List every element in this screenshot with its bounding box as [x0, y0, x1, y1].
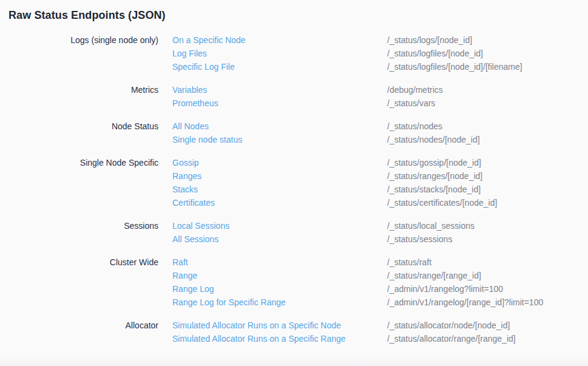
endpoint-link[interactable]: Specific Log File	[172, 60, 387, 73]
endpoint-path: /_status/ranges/[node_id]	[387, 169, 588, 183]
endpoint-link[interactable]: Certificates	[172, 196, 387, 209]
endpoint-path: /_status/gossip/[node_id]	[387, 156, 588, 169]
endpoint-section: Sessions Local Sessions /_status/local_s…	[0, 219, 588, 246]
endpoint-link[interactable]: Variables	[172, 83, 387, 97]
endpoint-row: Range Log for Specific Range /_admin/v1/…	[172, 296, 588, 309]
endpoint-path: /_status/local_sessions	[387, 219, 588, 232]
endpoint-rows: Gossip /_status/gossip/[node_id] Ranges …	[172, 156, 588, 209]
endpoint-row: On a Specific Node /_status/logs/[node_i…	[172, 33, 588, 47]
endpoint-row: Range /_status/range/[range_id]	[172, 269, 588, 282]
endpoint-path: /_status/sessions	[387, 232, 588, 246]
endpoint-link[interactable]: Range Log for Specific Range	[172, 296, 387, 309]
endpoint-row: Stacks /_status/stacks/[node_id]	[172, 183, 588, 196]
endpoint-row: Local Sessions /_status/local_sessions	[172, 219, 588, 232]
endpoint-section: Node Status All Nodes /_status/nodes Sin…	[0, 120, 588, 146]
endpoint-section: Cluster Wide Raft /_status/raft Range /_…	[0, 256, 588, 309]
endpoint-path: /_status/range/[range_id]	[387, 269, 588, 282]
endpoint-section: Logs (single node only) On a Specific No…	[0, 33, 588, 73]
endpoint-row: Ranges /_status/ranges/[node_id]	[172, 169, 588, 183]
endpoint-rows: Variables /debug/metrics Prometheus /_st…	[172, 83, 588, 110]
endpoint-section: Allocator Simulated Allocator Runs on a …	[0, 319, 588, 345]
endpoint-link[interactable]: Log Files	[172, 47, 387, 60]
endpoint-rows: Simulated Allocator Runs on a Specific N…	[172, 319, 588, 345]
endpoint-path: /_status/vars	[387, 97, 588, 110]
endpoint-link[interactable]: Raft	[172, 256, 387, 269]
endpoint-link[interactable]: Simulated Allocator Runs on a Specific N…	[172, 319, 387, 332]
endpoint-path: /_status/nodes	[387, 120, 588, 133]
endpoint-path: /_status/stacks/[node_id]	[387, 183, 588, 196]
endpoint-path: /_status/logfiles/[node_id]	[387, 47, 588, 60]
endpoint-path: /_status/allocator/range/[range_id]	[387, 332, 588, 345]
endpoint-row: Raft /_status/raft	[172, 256, 588, 269]
endpoint-rows: Local Sessions /_status/local_sessions A…	[172, 219, 588, 246]
endpoint-row: Prometheus /_status/vars	[172, 97, 588, 110]
endpoint-link[interactable]: Simulated Allocator Runs on a Specific R…	[172, 332, 387, 345]
category-label: Logs (single node only)	[0, 33, 158, 47]
endpoint-link[interactable]: All Sessions	[172, 232, 387, 246]
endpoint-row: Gossip /_status/gossip/[node_id]	[172, 156, 588, 169]
endpoint-path: /_status/logfiles/[node_id]/[filename]	[387, 60, 588, 73]
endpoint-path: /_status/allocator/node/[node_id]	[387, 319, 588, 332]
endpoint-row: All Nodes /_status/nodes	[172, 120, 588, 133]
endpoint-section: Single Node Specific Gossip /_status/gos…	[0, 156, 588, 209]
endpoint-rows: Raft /_status/raft Range /_status/range/…	[172, 256, 588, 309]
endpoint-link[interactable]: Gossip	[172, 156, 387, 169]
endpoint-row: Simulated Allocator Runs on a Specific N…	[172, 319, 588, 332]
endpoint-link[interactable]: Local Sessions	[172, 219, 387, 232]
category-label: Cluster Wide	[0, 256, 158, 269]
category-label: Single Node Specific	[0, 156, 158, 169]
category-label: Node Status	[0, 120, 158, 133]
endpoint-row: Single node status /_status/nodes/[node_…	[172, 133, 588, 146]
endpoint-path: /_status/logs/[node_id]	[387, 33, 588, 47]
endpoint-section: Metrics Variables /debug/metrics Prometh…	[0, 83, 588, 110]
endpoint-row: All Sessions /_status/sessions	[172, 232, 588, 246]
endpoint-row: Certificates /_status/certificates/[node…	[172, 196, 588, 209]
endpoint-row: Simulated Allocator Runs on a Specific R…	[172, 332, 588, 345]
endpoint-row: Log Files /_status/logfiles/[node_id]	[172, 47, 588, 60]
raw-status-endpoints-page: Raw Status Endpoints (JSON) Logs (single…	[0, 7, 588, 366]
endpoint-rows: All Nodes /_status/nodes Single node sta…	[172, 120, 588, 146]
category-label: Allocator	[0, 319, 158, 332]
endpoint-path: /_status/nodes/[node_id]	[387, 133, 588, 146]
category-label: Metrics	[0, 83, 158, 97]
endpoint-path: /_admin/v1/rangelog/[range_id]?limit=100	[387, 296, 588, 309]
endpoint-link[interactable]: Range Log	[172, 282, 387, 296]
endpoint-rows: On a Specific Node /_status/logs/[node_i…	[172, 33, 588, 73]
endpoint-link[interactable]: Range	[172, 269, 387, 282]
endpoint-link[interactable]: All Nodes	[172, 120, 387, 133]
endpoint-link[interactable]: Single node status	[172, 133, 387, 146]
endpoint-link[interactable]: Prometheus	[172, 97, 387, 110]
endpoint-link[interactable]: On a Specific Node	[172, 33, 387, 47]
endpoint-row: Range Log /_admin/v1/rangelog?limit=100	[172, 282, 588, 296]
endpoint-row: Variables /debug/metrics	[172, 83, 588, 97]
endpoint-row: Specific Log File /_status/logfiles/[nod…	[172, 60, 588, 73]
category-label: Sessions	[0, 219, 158, 232]
endpoint-path: /_status/certificates/[node_id]	[387, 196, 588, 209]
endpoint-sections: Logs (single node only) On a Specific No…	[0, 33, 588, 345]
endpoint-link[interactable]: Ranges	[172, 169, 387, 183]
endpoint-path: /_admin/v1/rangelog?limit=100	[387, 282, 588, 296]
endpoint-link[interactable]: Stacks	[172, 183, 387, 196]
footer-band	[0, 356, 588, 366]
endpoint-path: /debug/metrics	[387, 83, 588, 97]
page-title: Raw Status Endpoints (JSON)	[8, 7, 588, 23]
endpoint-path: /_status/raft	[387, 256, 588, 269]
